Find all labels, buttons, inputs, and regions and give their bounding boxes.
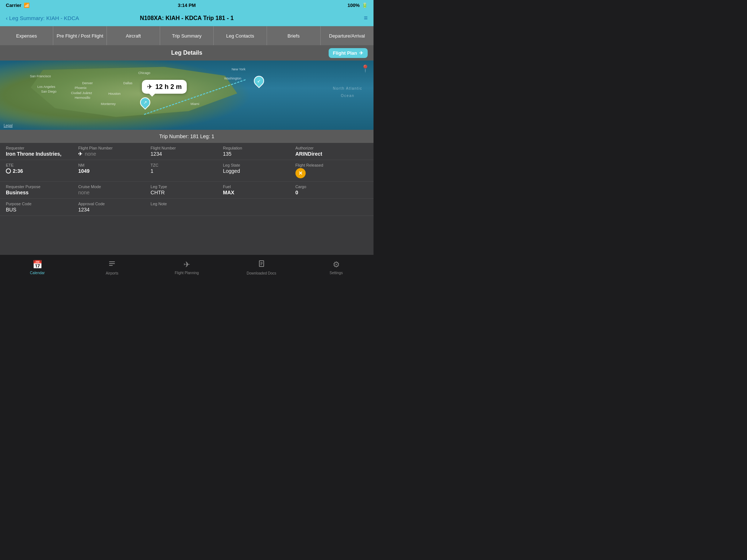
value-tzc: 1 <box>151 168 223 174</box>
flight-plan-number-value: none <box>85 151 96 157</box>
label-flight-number: Flight Number <box>151 146 223 150</box>
value-flight-plan-number: ✈ none <box>78 151 150 157</box>
cell-leg-type: Leg Type CHTR <box>151 184 223 195</box>
flight-plan-label: Flight Plan <box>333 50 357 56</box>
cell-empty-2 <box>295 202 368 213</box>
status-bar-left: Carrier 📶 <box>6 3 30 8</box>
hamburger-menu-icon[interactable]: ≡ <box>364 14 368 22</box>
value-approval-code: 1234 <box>78 207 150 213</box>
legal-link[interactable]: Legal <box>4 124 12 128</box>
bottom-tab-settings[interactable]: ⚙ Settings <box>299 260 374 275</box>
value-authorizer: ARINDirect <box>295 151 368 157</box>
svg-rect-1 <box>109 261 115 262</box>
section-title: Leg Details <box>127 50 247 56</box>
label-tzc: TZC <box>151 163 223 167</box>
flight-duration-callout: ✈ 12 h 2 m <box>142 80 187 94</box>
label-flight-plan-number: Flight Plan Number <box>78 146 150 150</box>
label-leg-state: Leg State <box>223 163 295 167</box>
value-cruise-mode: none <box>78 190 150 195</box>
calendar-icon: 📅 <box>32 260 42 269</box>
bottom-tab-bar: 📅 Calendar Airports ✈ Flight Planning Do… <box>0 254 374 280</box>
cell-approval-code: Approval Code 1234 <box>78 202 150 213</box>
flight-released-x-icon: ✕ <box>295 168 306 178</box>
tab-aircraft[interactable]: Aircraft <box>107 26 160 45</box>
label-nm: NM <box>78 163 150 167</box>
flight-plan-button[interactable]: Flight Plan ✈ <box>329 48 368 58</box>
label-approval-code: Approval Code <box>78 202 150 206</box>
value-requester: Iron Throne Industries, <box>6 151 78 157</box>
cell-flight-plan-number: Flight Plan Number ✈ none <box>78 146 150 157</box>
value-regulation: 135 <box>223 151 295 157</box>
cell-requester: Requester Iron Throne Industries, <box>6 146 78 157</box>
label-cruise-mode: Cruise Mode <box>78 184 150 189</box>
tab-preflight[interactable]: Pre Flight / Post Flight <box>53 26 107 45</box>
details-row-2: ETE 2:36 NM 1049 TZC 1 Leg State Logged … <box>0 160 374 182</box>
tab-expenses-label: Expenses <box>16 33 37 39</box>
status-bar-right: 100% 🔋 <box>348 3 368 8</box>
tab-departurearrival[interactable]: Departure/Arrival <box>321 26 374 45</box>
value-ete: 2:36 <box>6 168 78 174</box>
cell-cruise-mode: Cruise Mode none <box>78 184 150 195</box>
cell-authorizer: Authorizer ARINDirect <box>295 146 368 157</box>
settings-label: Settings <box>330 271 343 275</box>
tab-aircraft-label: Aircraft <box>126 33 141 39</box>
flight-plan-number-plane-icon: ✈ <box>78 151 82 157</box>
tab-legcontacts-label: Leg Contacts <box>226 33 254 39</box>
airports-icon <box>108 260 116 270</box>
trip-info-bar: Trip Number: 181 Leg: 1 <box>0 130 374 143</box>
back-button[interactable]: ‹ Leg Summary: KIAH - KDCA <box>6 15 79 21</box>
label-requester-purpose: Requester Purpose <box>6 184 78 189</box>
callout-plane-icon: ✈ <box>147 83 152 91</box>
value-flight-released: ✕ <box>295 168 368 178</box>
cell-tzc: TZC 1 <box>151 163 223 178</box>
label-fuel: Fuel <box>223 184 295 189</box>
airports-label: Airports <box>106 271 118 275</box>
section-header: Leg Details Flight Plan ✈ <box>0 45 374 61</box>
top-tab-bar: Expenses Pre Flight / Post Flight Aircra… <box>0 26 374 45</box>
cell-purpose-code: Purpose Code BUS <box>6 202 78 213</box>
location-icon[interactable]: 📍 <box>361 64 370 73</box>
label-authorizer: Authorizer <box>295 146 368 150</box>
value-leg-type: CHTR <box>151 190 223 195</box>
nav-bar: ‹ Leg Summary: KIAH - KDCA N108XA: KIAH … <box>0 10 374 26</box>
details-row-1: Requester Iron Throne Industries, Flight… <box>0 143 374 160</box>
cell-flight-number: Flight Number 1234 <box>151 146 223 157</box>
settings-icon: ⚙ <box>333 260 340 269</box>
flightplanning-icon: ✈ <box>183 260 190 269</box>
cell-nm: NM 1049 <box>78 163 150 178</box>
value-leg-state: Logged <box>223 168 295 174</box>
back-label: Leg Summary: KIAH - KDCA <box>9 15 79 21</box>
clock-icon <box>6 168 11 174</box>
label-cargo: Cargo <box>295 184 368 189</box>
label-leg-type: Leg Type <box>151 184 223 189</box>
label-ete: ETE <box>6 163 78 167</box>
tab-preflight-label: Pre Flight / Post Flight <box>57 33 103 39</box>
cell-cargo: Cargo 0 <box>295 184 368 195</box>
bottom-tab-flightplanning[interactable]: ✈ Flight Planning <box>150 260 224 275</box>
callout-duration: 12 h 2 m <box>155 83 182 91</box>
cell-empty-1 <box>223 202 295 213</box>
battery-icon: 🔋 <box>362 3 368 8</box>
value-flight-number: 1234 <box>151 151 223 157</box>
details-row-3: Requester Purpose Business Cruise Mode n… <box>0 182 374 199</box>
tab-expenses[interactable]: Expenses <box>0 26 53 45</box>
cell-leg-note: Leg Note <box>151 202 223 213</box>
bottom-tab-downloadeddocs[interactable]: Downloaded Docs <box>224 260 299 275</box>
tab-departurearrival-label: Departure/Arrival <box>329 33 365 39</box>
status-bar-time: 3:14 PM <box>178 3 196 8</box>
trip-info-text: Trip Number: 181 Leg: 1 <box>159 133 214 139</box>
details-area: Requester Iron Throne Industries, Flight… <box>0 143 374 254</box>
calendar-label: Calendar <box>30 271 45 275</box>
value-nm: 1049 <box>78 168 150 174</box>
carrier-label: Carrier <box>6 3 22 8</box>
tab-briefs[interactable]: Briefs <box>267 26 320 45</box>
cell-requester-purpose: Requester Purpose Business <box>6 184 78 195</box>
bottom-tab-airports[interactable]: Airports <box>75 260 150 275</box>
svg-rect-3 <box>109 265 113 266</box>
tab-legcontacts[interactable]: Leg Contacts <box>214 26 267 45</box>
details-row-4: Purpose Code BUS Approval Code 1234 Leg … <box>0 199 374 216</box>
tab-tripsummary[interactable]: Trip Summary <box>160 26 213 45</box>
value-purpose-code: BUS <box>6 207 78 213</box>
value-fuel: MAX <box>223 190 295 195</box>
bottom-tab-calendar[interactable]: 📅 Calendar <box>0 260 75 275</box>
